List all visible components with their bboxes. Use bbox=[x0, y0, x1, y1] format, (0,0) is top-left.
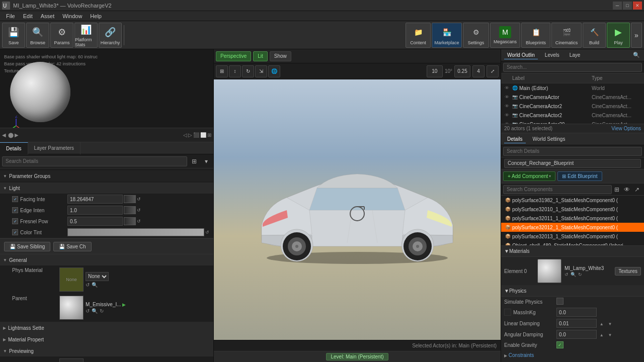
tab-levels[interactable]: Levels bbox=[542, 51, 562, 59]
vp-count-btn[interactable]: 4 bbox=[472, 65, 485, 77]
wo-item-cinecamera1[interactable]: 👁 📷 CineCameraActor CineCameraAct... bbox=[501, 93, 644, 102]
blueprints-button[interactable]: 📋 Blueprints bbox=[521, 23, 550, 48]
save-button[interactable]: 💾 Save bbox=[2, 23, 25, 48]
play-button[interactable]: ▶ Play bbox=[607, 23, 630, 48]
level-tag[interactable]: Level: Main (Persistent) bbox=[326, 353, 388, 360]
save-sibling-button[interactable]: 💾 Save Sibling bbox=[4, 242, 50, 251]
edge-inten-input[interactable] bbox=[67, 206, 123, 215]
parent-reset-btn[interactable]: ↺ bbox=[86, 308, 90, 314]
mass-kg-input[interactable] bbox=[556, 308, 597, 317]
materials-header[interactable]: ▼ Materials bbox=[501, 246, 644, 257]
tab-ds-world-settings[interactable]: World Settings bbox=[530, 135, 569, 143]
platform-stats-button[interactable]: 📊 Platform Stats bbox=[74, 23, 98, 48]
comp-item-3[interactable]: 📦 polySurface32012_1_StaticMeshComponent… bbox=[501, 223, 644, 232]
menu-window[interactable]: Window bbox=[58, 11, 86, 21]
comp-item-4[interactable]: 📦 polySurface32013_1_StaticMeshComponent… bbox=[501, 232, 644, 241]
parameter-groups-header[interactable]: ▼ Parameter Groups bbox=[0, 170, 213, 182]
edge-inten-slider[interactable] bbox=[124, 206, 136, 214]
color-tint-swatch[interactable] bbox=[67, 228, 204, 236]
settings-button[interactable]: ⚙ Settings bbox=[463, 23, 489, 48]
viewport-perspective-btn[interactable]: Perspective bbox=[216, 51, 251, 61]
wo-eye-cc3[interactable]: 👁 bbox=[503, 113, 510, 118]
textures-button[interactable]: Textures bbox=[615, 267, 641, 276]
megascans-button[interactable]: M Megascans bbox=[490, 23, 520, 48]
save-ch-button[interactable]: 💾 Save Ch bbox=[53, 242, 91, 251]
preview-sphere-btn[interactable]: ⬤ bbox=[8, 132, 14, 138]
wo-item-cinecamera29[interactable]: 👁 📷 CineCameraActor29 CineCameraAct... bbox=[501, 120, 644, 124]
tab-layers[interactable]: Laye bbox=[567, 51, 584, 59]
material-properties-header[interactable]: ▶ Material Propert bbox=[0, 334, 213, 345]
mass-kg-checkbox[interactable] bbox=[504, 309, 511, 316]
minimize-button[interactable]: ─ bbox=[613, 2, 622, 10]
simulate-physics-checkbox[interactable] bbox=[556, 298, 564, 305]
fresnel-pow-input[interactable] bbox=[67, 217, 123, 226]
comp-item-0[interactable]: 📦 polySurface31982_1_StaticMeshComponent… bbox=[501, 196, 644, 205]
wo-item-main-editor[interactable]: 👁 🌐 Main (Editor) World bbox=[501, 83, 644, 93]
color-tint-checkbox[interactable]: ✓ bbox=[12, 229, 18, 235]
browse-button[interactable]: 🔍 Browse bbox=[26, 23, 49, 48]
facing-inte-checkbox[interactable]: ✓ bbox=[12, 196, 18, 202]
vp-expand-btn[interactable]: ⤢ bbox=[487, 65, 499, 77]
angular-damping-input[interactable] bbox=[556, 330, 597, 339]
add-component-button[interactable]: + Add Component ▾ bbox=[503, 171, 555, 181]
edit-blueprint-button[interactable]: ⊞ Edit Blueprint bbox=[557, 171, 602, 181]
phys-material-reset-btn[interactable]: ↺ bbox=[86, 282, 90, 288]
constraints-label[interactable]: ▶ Constraints bbox=[504, 352, 554, 358]
comp-eye-icon[interactable]: 👁 bbox=[622, 185, 632, 195]
tab-ds-details[interactable]: Details bbox=[504, 135, 526, 143]
comp-view-icon[interactable]: ⊞ bbox=[612, 185, 622, 195]
light-section-header[interactable]: ▼ Light bbox=[0, 183, 213, 194]
tab-layer-parameters[interactable]: Layer Parameters bbox=[28, 142, 80, 154]
close-button[interactable]: ✕ bbox=[633, 2, 642, 10]
wo-eye-main[interactable]: 👁 bbox=[503, 85, 510, 90]
menu-file[interactable]: File bbox=[2, 11, 19, 21]
lightmass-header[interactable]: ▶ Lightmass Sette bbox=[0, 322, 213, 333]
phys-material-dropdown[interactable]: None bbox=[86, 272, 109, 281]
tab-details[interactable]: Details bbox=[0, 142, 28, 154]
tab-world-outline[interactable]: World Outlin bbox=[504, 51, 538, 59]
menu-help[interactable]: Help bbox=[86, 11, 106, 21]
vp-grid-size-btn[interactable]: 10 bbox=[427, 65, 443, 77]
previewing-header[interactable]: ▼ Previewing bbox=[0, 345, 213, 356]
wo-eye-cc1[interactable]: 👁 bbox=[503, 95, 510, 100]
preview-btn-3[interactable]: ⬛ bbox=[193, 132, 199, 138]
linear-damping-input[interactable] bbox=[556, 319, 597, 328]
fresnel-pow-slider[interactable] bbox=[124, 217, 136, 225]
preview-btn-2[interactable]: ▷ bbox=[188, 132, 192, 138]
comp-item-2[interactable]: 📦 polySurface32011_1_StaticMeshComponent… bbox=[501, 214, 644, 223]
material-browse-btn[interactable]: 🔍 bbox=[571, 272, 576, 277]
world-outline-search-input[interactable] bbox=[503, 63, 642, 72]
facing-inte-input[interactable] bbox=[67, 195, 123, 204]
vp-scale-btn[interactable]: ⇲ bbox=[255, 65, 267, 77]
preview-nav-left[interactable]: ◀ bbox=[2, 132, 6, 138]
vp-rotate-btn[interactable]: ↻ bbox=[242, 65, 254, 77]
more-button[interactable]: » bbox=[631, 23, 642, 48]
fresnel-pow-reset[interactable]: ↺ bbox=[137, 219, 141, 224]
phys-material-swatch[interactable]: None bbox=[59, 267, 84, 292]
enable-gravity-checkbox[interactable]: ✓ bbox=[556, 341, 564, 348]
details-name-input[interactable] bbox=[504, 159, 641, 168]
comp-arrow-icon[interactable]: ↗ bbox=[632, 185, 642, 195]
comp-item-5[interactable]: 📦 Object_shell_489_StaticMeshComponent0 … bbox=[501, 241, 644, 246]
preview-btn-1[interactable]: ◁ bbox=[183, 132, 187, 138]
car-viewport[interactable] bbox=[214, 79, 501, 340]
material-reset-btn[interactable]: ↺ bbox=[565, 272, 569, 277]
search-input[interactable] bbox=[2, 156, 187, 166]
vp-world-btn[interactable]: 🌐 bbox=[268, 65, 280, 77]
vp-move-btn[interactable]: ↕ bbox=[229, 65, 241, 77]
parent-browse-btn[interactable]: 🔍 bbox=[92, 308, 98, 314]
details-search-input[interactable] bbox=[503, 147, 642, 156]
preview-nav-right[interactable]: ▶ bbox=[15, 132, 19, 138]
preview-btn-5[interactable]: ⊞ bbox=[207, 132, 211, 138]
wo-search-icon[interactable]: 🔍 bbox=[632, 51, 641, 60]
color-tint-reset[interactable]: ↺ bbox=[205, 230, 209, 235]
angular-damping-spin-down[interactable]: ▼ bbox=[607, 331, 614, 338]
hierarchy-button[interactable]: 🔗 Hierarchy bbox=[99, 23, 122, 48]
viewport-show-btn[interactable]: Show bbox=[270, 51, 291, 61]
general-section-header[interactable]: ▼ General bbox=[0, 254, 213, 265]
content-button[interactable]: 📁 Content bbox=[406, 23, 431, 48]
viewport-lit-btn[interactable]: Lit bbox=[253, 51, 268, 61]
comp-item-1[interactable]: 📦 polySurface32010_1_StaticMeshComponent… bbox=[501, 205, 644, 214]
linear-damping-spin-up[interactable]: ▲ bbox=[598, 320, 605, 327]
marketplace-button[interactable]: 🏪 Marketplace bbox=[432, 23, 462, 48]
